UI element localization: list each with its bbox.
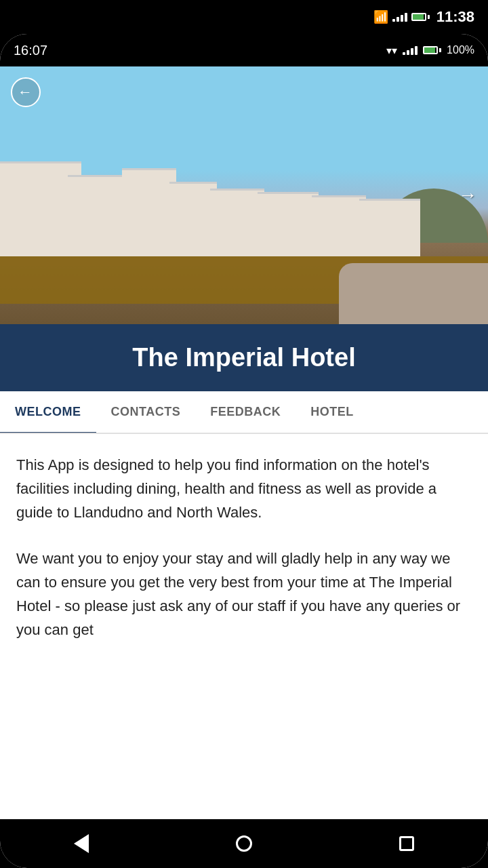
tab-contacts[interactable]: CONTACTS [96, 391, 196, 433]
building-8 [359, 199, 420, 256]
system-time: 11:38 [436, 8, 474, 26]
content-paragraph-2: We want you to enjoy your stay and will … [16, 547, 472, 642]
signal-icon [392, 13, 407, 22]
next-arrow-icon: → [458, 184, 477, 205]
hotel-title-section: The Imperial Hotel [0, 324, 488, 391]
building-3 [122, 168, 176, 256]
wifi-icon: 📶 [373, 9, 388, 24]
buildings [0, 148, 488, 256]
tabs-container: WELCOME CONTACTS FEEDBACK HOTEL [0, 391, 488, 434]
hotel-title: The Imperial Hotel [14, 343, 474, 372]
battery-percent: 100% [447, 44, 474, 56]
building-5 [210, 189, 264, 256]
recents-square-icon [399, 836, 414, 851]
app-signal-icon [403, 46, 418, 55]
android-nav-bar [0, 819, 488, 868]
back-button[interactable]: ← [11, 77, 41, 107]
nav-recents-button[interactable] [390, 827, 424, 861]
back-arrow-icon: ← [18, 85, 33, 100]
tab-feedback[interactable]: FEEDBACK [195, 391, 296, 433]
system-bar: 📶 11:38 [0, 0, 488, 34]
phone-screen: 16:07 ▾▾ 100% [0, 34, 488, 868]
app-time: 16:07 [14, 43, 47, 58]
home-circle-icon [236, 835, 252, 852]
content-paragraph-1: This App is designed to help you find in… [16, 453, 472, 525]
next-button[interactable]: → [458, 184, 477, 206]
content-area: This App is designed to help you find in… [0, 434, 488, 819]
hero-image: ← → [0, 66, 488, 324]
app-status-bar: 16:07 ▾▾ 100% [0, 34, 488, 66]
building-7 [312, 195, 366, 256]
back-triangle-icon [74, 834, 89, 853]
app-status-icons: ▾▾ 100% [386, 44, 474, 57]
app-battery-icon [423, 46, 441, 54]
nav-home-button[interactable] [227, 827, 261, 861]
phone-body: 16:07 ▾▾ 100% [0, 34, 488, 868]
nav-back-button[interactable] [64, 827, 98, 861]
system-icons: 📶 [373, 9, 430, 24]
battery-icon [411, 13, 430, 21]
building-2 [68, 175, 129, 256]
app-wifi-icon: ▾▾ [386, 44, 397, 57]
tab-hotel[interactable]: HOTEL [296, 391, 369, 433]
tab-welcome[interactable]: WELCOME [0, 391, 96, 433]
building-6 [258, 192, 319, 256]
beach [339, 263, 488, 324]
